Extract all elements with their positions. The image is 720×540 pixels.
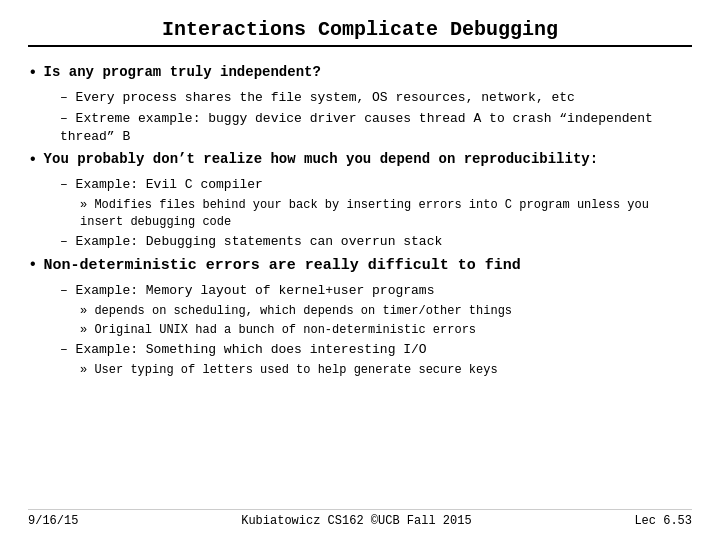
bullet-2-1-1-text: Modifies files behind your back by inser… bbox=[80, 198, 649, 229]
bullet-1-1: Every process shares the file system, OS… bbox=[60, 89, 692, 107]
bullet-2-1-text: Example: Evil C compiler bbox=[60, 177, 263, 192]
bullet-marker-2: • bbox=[28, 151, 38, 169]
bullet-1-2: Extreme example: buggy device driver cau… bbox=[60, 110, 692, 146]
bullet-2-1: Example: Evil C compiler bbox=[60, 176, 692, 194]
bullet-3-1: Example: Memory layout of kernel+user pr… bbox=[60, 282, 692, 300]
bullet-1-text: Is any program truly independent? bbox=[44, 63, 321, 83]
footer: 9/16/15 Kubiatowicz CS162 ©UCB Fall 2015… bbox=[28, 509, 692, 528]
bullet-2-text: You probably don’t realize how much you … bbox=[44, 150, 599, 170]
bullet-3-2-1: User typing of letters used to help gene… bbox=[80, 362, 692, 379]
bullet-1-2-text: Extreme example: buggy device driver cau… bbox=[60, 111, 653, 144]
footer-lec: Lec 6.53 bbox=[634, 514, 692, 528]
bullet-2-2-text: Example: Debugging statements can overru… bbox=[60, 234, 442, 249]
slide: Interactions Complicate Debugging • Is a… bbox=[0, 0, 720, 540]
content-area: • Is any program truly independent? Ever… bbox=[28, 57, 692, 509]
bullet-3-text: Non-deterministic errors are really diff… bbox=[44, 255, 521, 276]
footer-date: 9/16/15 bbox=[28, 514, 78, 528]
bullet-3-1-text: Example: Memory layout of kernel+user pr… bbox=[60, 283, 434, 298]
bullet-marker-3: • bbox=[28, 256, 38, 274]
bullet-3-1-2-text: Original UNIX had a bunch of non-determi… bbox=[80, 323, 476, 337]
bullet-3-2-text: Example: Something which does interestin… bbox=[60, 342, 427, 357]
bullet-3: • Non-deterministic errors are really di… bbox=[28, 255, 692, 276]
bullet-2-1-1: Modifies files behind your back by inser… bbox=[80, 197, 692, 231]
bullet-3-2-1-text: User typing of letters used to help gene… bbox=[80, 363, 498, 377]
bullet-3-1-2: Original UNIX had a bunch of non-determi… bbox=[80, 322, 692, 339]
bullet-3-2: Example: Something which does interestin… bbox=[60, 341, 692, 359]
title-area: Interactions Complicate Debugging bbox=[28, 18, 692, 47]
slide-title: Interactions Complicate Debugging bbox=[162, 18, 558, 41]
bullet-1: • Is any program truly independent? bbox=[28, 63, 692, 83]
bullet-3-1-1: depends on scheduling, which depends on … bbox=[80, 303, 692, 320]
bullet-3-1-1-text: depends on scheduling, which depends on … bbox=[80, 304, 512, 318]
bullet-2: • You probably don’t realize how much yo… bbox=[28, 150, 692, 170]
bullet-1-1-text: Every process shares the file system, OS… bbox=[60, 90, 575, 105]
footer-credit: Kubiatowicz CS162 ©UCB Fall 2015 bbox=[241, 514, 471, 528]
bullet-marker-1: • bbox=[28, 64, 38, 82]
bullet-2-2: Example: Debugging statements can overru… bbox=[60, 233, 692, 251]
